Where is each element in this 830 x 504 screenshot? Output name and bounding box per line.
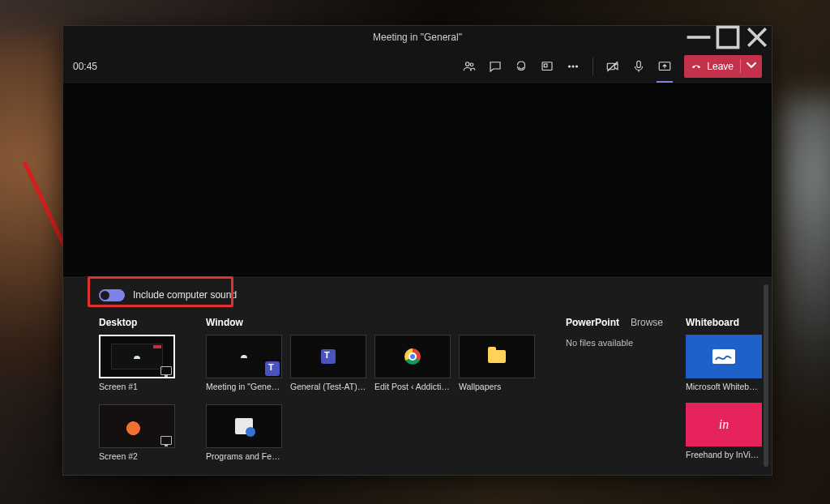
hangup-icon: [691, 61, 702, 72]
share-option-window[interactable]: General (Test-AT) | Micro...: [290, 335, 366, 391]
participants-icon[interactable]: [458, 55, 481, 78]
close-button[interactable]: [742, 26, 772, 49]
svg-point-7: [470, 62, 473, 66]
svg-rect-18: [712, 349, 735, 364]
rooms-icon[interactable]: [536, 55, 558, 78]
svg-rect-13: [608, 63, 615, 70]
thumb-label: Freehand by InVision: [686, 450, 762, 459]
toolbar-divider: [593, 58, 593, 75]
microphone-icon[interactable]: [627, 55, 650, 78]
tray-scrollbar[interactable]: [764, 284, 768, 467]
chat-icon[interactable]: [484, 55, 507, 78]
thumb-label: Screen #1: [99, 382, 175, 391]
share-content-tray: Include computer sound Desktop Screen #1: [63, 275, 772, 475]
whiteboard-icon: [712, 347, 736, 366]
svg-rect-15: [637, 61, 641, 67]
thumb-label: Wallpapers: [459, 382, 535, 391]
svg-rect-3: [717, 27, 738, 47]
camera-off-icon[interactable]: [601, 55, 624, 78]
thumb-label: Edit Post ‹ AddictiveTips ...: [374, 382, 451, 391]
meeting-timer: 00:45: [73, 61, 97, 72]
whiteboard-option-ms[interactable]: Microsoft Whiteboard: [686, 335, 762, 391]
thumb-label: Programs and Features: [206, 451, 282, 461]
share-option-window[interactable]: Programs and Features: [206, 404, 282, 461]
section-header-whiteboard: Whiteboard: [686, 317, 762, 330]
svg-point-10: [569, 65, 571, 66]
teams-meeting-window: Meeting in "General" 00:45 Leave FW: [62, 25, 772, 476]
chevron-down-icon[interactable]: [740, 59, 757, 73]
share-tray-icon[interactable]: [653, 55, 676, 78]
include-computer-sound-label: Include computer sound: [133, 289, 237, 301]
section-header-desktop: Desktop: [99, 317, 175, 330]
powerpoint-empty-text: No files available: [566, 338, 655, 348]
minimize-button[interactable]: [684, 26, 713, 49]
share-option-window[interactable]: Meeting in "General" | M...: [206, 335, 282, 391]
window-title: Meeting in "General": [373, 32, 462, 43]
share-option-window[interactable]: Edit Post ‹ AddictiveTips ...: [374, 335, 451, 391]
more-actions-icon[interactable]: [562, 55, 584, 78]
share-option-screen-2[interactable]: Screen #2: [99, 404, 175, 461]
background-decor: [781, 97, 830, 486]
meeting-stage: FW Include computer sound Desktop: [63, 84, 772, 475]
include-computer-sound-toggle[interactable]: [99, 289, 125, 301]
section-header-window: Window: [206, 317, 535, 330]
svg-point-12: [576, 65, 578, 66]
reactions-icon[interactable]: [510, 55, 533, 78]
titlebar: Meeting in "General": [63, 26, 772, 49]
maximize-button[interactable]: [713, 26, 742, 49]
share-option-screen-1[interactable]: Screen #1: [99, 335, 175, 391]
svg-rect-9: [545, 64, 548, 67]
share-option-window[interactable]: Wallpapers: [459, 335, 535, 391]
svg-point-6: [466, 62, 470, 66]
thumb-label: Meeting in "General" | M...: [206, 382, 282, 391]
leave-label: Leave: [707, 61, 734, 72]
thumb-label: Microsoft Whiteboard: [686, 382, 762, 391]
section-header-powerpoint: PowerPoint: [566, 317, 619, 330]
browse-link[interactable]: Browse: [631, 317, 663, 330]
monitor-icon: [160, 366, 172, 375]
thumb-label: Screen #2: [99, 451, 175, 461]
svg-point-11: [572, 65, 574, 66]
whiteboard-option-invision[interactable]: in Freehand by InVision: [686, 403, 762, 459]
meeting-toolbar: 00:45 Leave: [63, 49, 772, 84]
monitor-icon: [160, 436, 172, 445]
leave-button[interactable]: Leave: [684, 55, 762, 78]
thumb-label: General (Test-AT) | Micro...: [290, 382, 366, 391]
